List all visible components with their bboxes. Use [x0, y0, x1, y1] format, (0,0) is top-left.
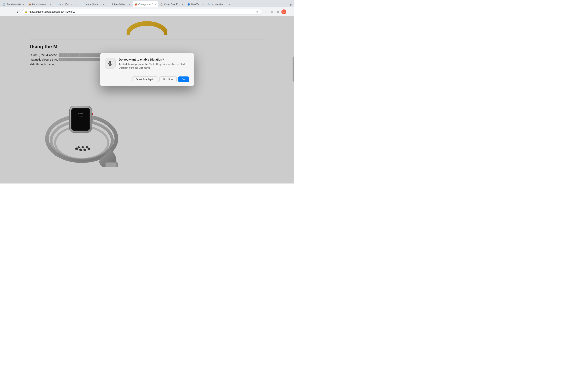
dialog-text-area: Do you want to enable Dictation? To star… — [119, 58, 189, 70]
tab-title-9: screen shot o... — [212, 3, 227, 6]
share-button[interactable]: ⬆ — [263, 9, 269, 15]
address-bar[interactable]: 🔒 https://support.apple.com/en-us/HT2048… — [22, 9, 261, 15]
tab-new-tab[interactable]: 🔵 New Tab ✕ — [186, 1, 206, 7]
tab-title-7: 41mm Gold M... — [164, 3, 180, 6]
back-button[interactable]: ← — [2, 9, 7, 15]
tab-title-4: Inbox (6) - bo... — [86, 3, 101, 6]
browser-chrome: 🔄 Search results ✕ 📦 https://www.a... ✕ … — [0, 0, 294, 16]
tab-title-5: Inbox (201) -... — [112, 3, 127, 6]
tab-favicon-1: 🔄 — [2, 3, 5, 6]
tab-title-6: Change your / — [138, 3, 153, 6]
reload-button[interactable]: ↻ — [15, 9, 20, 15]
tab-favicon-6: 🍎 — [134, 3, 137, 6]
dictation-dialog: Do you want to enable Dictation? To star… — [100, 53, 194, 86]
tab-close-8[interactable]: ✕ — [201, 3, 204, 6]
dialog-title: Do you want to enable Dictation? — [119, 58, 189, 61]
page-content: Using the Mi In 2018, the Milanese L████… — [0, 16, 294, 184]
tab-search-results[interactable]: 🔄 Search results ✕ — [1, 1, 26, 7]
tab-apple-support[interactable]: 🍎 Change your / ✕ — [133, 1, 158, 7]
dialog-buttons: Don't Ask Again Not Now OK — [105, 73, 189, 82]
tab-close-7[interactable]: ✕ — [181, 3, 184, 6]
tab-screenshot[interactable]: 🔍 screen shot o... ✕ — [206, 1, 233, 7]
side-panel-button[interactable]: ▥ — [275, 9, 281, 15]
bookmark-button[interactable]: ☆ — [269, 9, 275, 15]
tab-favicon-9: 🔍 — [208, 3, 210, 6]
tab-overflow-button[interactable]: ▾ — [288, 2, 293, 7]
dialog-overlay: Do you want to enable Dictation? To star… — [0, 16, 294, 184]
tab-favicon-2: 📦 — [28, 3, 31, 6]
dialog-body: To start dictating, press the Control ke… — [119, 62, 189, 70]
tab-title-1: Search results — [7, 3, 21, 6]
tab-title-3: Inbox (6) - bo... — [59, 3, 74, 6]
tab-favicon-5: ✉️ — [108, 3, 111, 6]
tab-close-6[interactable]: ✕ — [154, 3, 156, 6]
tab-close-9[interactable]: ✕ — [228, 3, 231, 6]
tab-close-5[interactable]: ✕ — [128, 3, 131, 6]
tab-title-2: https://www.a... — [32, 3, 48, 6]
tab-favicon-7: ⌚ — [160, 3, 163, 6]
bookmark-star-icon[interactable]: ☆ — [256, 10, 259, 13]
ok-button[interactable]: OK — [178, 76, 189, 82]
tab-close-3[interactable]: ✕ — [76, 3, 78, 6]
tab-favicon-8: 🔵 — [187, 3, 190, 6]
tab-close-2[interactable]: ✕ — [49, 3, 52, 6]
toolbar: ← → ↻ 🔒 https://support.apple.com/en-us/… — [0, 7, 294, 16]
dialog-header: Do you want to enable Dictation? To star… — [105, 58, 189, 70]
profile-button[interactable]: EE — [281, 9, 286, 14]
tab-amazon[interactable]: 📦 https://www.a... ✕ — [26, 1, 53, 7]
lock-icon: 🔒 — [25, 10, 27, 13]
mic-icon-container — [105, 58, 116, 68]
tab-gmail-3[interactable]: ✉️ Inbox (201) -... ✕ — [107, 1, 133, 7]
tab-apple-watch[interactable]: ⌚ 41mm Gold M... ✕ — [158, 1, 186, 7]
svg-rect-21 — [109, 61, 111, 64]
mic-icon — [107, 60, 113, 66]
new-tab-button[interactable]: + — [233, 2, 238, 7]
tab-gmail-2[interactable]: ✉️ Inbox (6) - bo... ✕ — [80, 1, 107, 7]
tab-bar: 🔄 Search results ✕ 📦 https://www.a... ✕ … — [0, 0, 294, 7]
not-now-button[interactable]: Not Now — [159, 76, 177, 82]
tab-title-8: New Tab — [191, 3, 200, 6]
toolbar-right: ⬆ ☆ ▥ EE ⋮ — [263, 9, 292, 15]
url-text: https://support.apple.com/en-us/HT204818 — [29, 10, 255, 13]
tab-favicon-3: ✉️ — [55, 3, 58, 6]
dont-ask-again-button[interactable]: Don't Ask Again — [132, 76, 158, 82]
tab-gmail-1[interactable]: ✉️ Inbox (6) - bo... ✕ — [53, 1, 80, 7]
forward-button[interactable]: → — [8, 9, 14, 15]
tab-favicon-4: ✉️ — [82, 3, 85, 6]
menu-button[interactable]: ⋮ — [287, 9, 292, 15]
tab-close-1[interactable]: ✕ — [22, 3, 25, 6]
tab-close-4[interactable]: ✕ — [102, 3, 105, 6]
